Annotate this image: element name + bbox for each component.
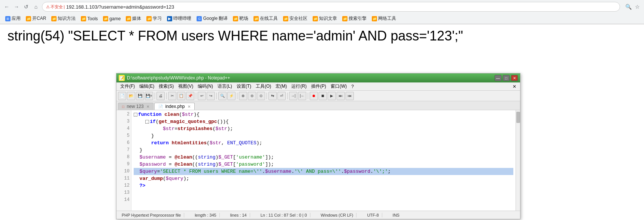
toolbar-findreplace[interactable]: ⚡ (227, 92, 236, 100)
bookmark-network-tools[interactable]: 📁 网络工具 (370, 15, 398, 22)
bookmark-tools[interactable]: 📁 Tools (79, 15, 100, 22)
menu-window[interactable]: 窗口(W) (328, 82, 349, 90)
back-button[interactable]: ← (3, 3, 10, 10)
close-button[interactable]: ✕ (511, 75, 518, 81)
tab-indexphp[interactable]: 📄 index.php ✕ (154, 103, 195, 110)
toolbar-macro-stop[interactable]: ⏹ (319, 92, 327, 100)
bookmark-label: game (109, 16, 121, 21)
toolbar-macro-record[interactable]: ⏺ (310, 92, 318, 100)
bookmark-label: 网络工具 (378, 15, 396, 22)
collapse-2[interactable]: - (134, 113, 137, 117)
menu-help[interactable]: ? (349, 83, 356, 90)
toolbar-sep5 (237, 93, 237, 99)
code-line-3: -if(get_magic_quotes_gpc()){ (134, 118, 513, 125)
menu-search[interactable]: 搜索(S) (157, 82, 176, 90)
tab-new[interactable]: □ new 123 ✕ (118, 103, 154, 110)
toolbar-cut[interactable]: ✂ (168, 92, 176, 100)
toolbar-macro-run[interactable]: ⏮ (346, 92, 354, 100)
bookmark-label: 学习 (153, 15, 162, 22)
reload-button[interactable]: ↺ (22, 3, 30, 10)
google-icon: G (197, 16, 202, 21)
code-line-11: $query='SELECT * FROM users WHERE name=\… (134, 168, 513, 175)
menu-run[interactable]: 运行(R) (289, 82, 309, 90)
folder-icon: 📁 (126, 16, 131, 21)
bookmark-label: Tools (87, 16, 98, 21)
toolbar-open[interactable]: 📂 (127, 92, 135, 100)
menubar-close[interactable]: ✕ (510, 84, 519, 89)
menu-file[interactable]: 文件(F) (118, 82, 137, 90)
toolbar-new[interactable]: 📄 (118, 92, 126, 100)
maximize-button[interactable]: □ (503, 75, 510, 81)
bookmark-label: 在线工具 (260, 15, 278, 22)
page-content: string(54) "SELECT * FROM users WHERE na… (0, 24, 644, 51)
code-line-2: -function clean($str){ (134, 111, 513, 118)
bookmark-knowledge[interactable]: 📁 知识方法 (49, 15, 78, 22)
menu-tools[interactable]: 工具(O) (253, 82, 273, 90)
home-button[interactable]: ⌂ (32, 3, 40, 10)
toolbar-wrap[interactable]: ⏎ (277, 92, 286, 100)
bookmark-opencar[interactable]: 📁 开CAR (24, 15, 48, 22)
toolbar-macro-save[interactable]: ⏭ (337, 92, 345, 100)
menu-edit[interactable]: 编辑(E) (137, 82, 157, 90)
bookmark-security[interactable]: 📁 安全社区 (281, 15, 310, 22)
tab-icon: 📄 (158, 105, 163, 109)
toolbar-undo[interactable]: ↩ (198, 92, 206, 100)
toolbar-zoomout[interactable]: ⊖ (248, 92, 256, 100)
bookmark-study[interactable]: 📁 学习 (144, 15, 164, 22)
folder-icon: 📁 (81, 16, 86, 21)
bookmark-game[interactable]: 📁 game (101, 15, 123, 22)
toolbar-sep8 (308, 93, 308, 99)
toolbar-indent[interactable]: →| (289, 92, 297, 100)
toolbar-redo[interactable]: ↪ (207, 92, 215, 100)
menu-view[interactable]: 视图(V) (176, 82, 195, 90)
bookmark-online-tools[interactable]: 📁 在线工具 (251, 15, 280, 22)
menu-language[interactable]: 语言(L) (215, 82, 234, 90)
collapse-3[interactable]: - (145, 120, 149, 124)
star-button[interactable]: ☆ (634, 3, 641, 10)
minimize-button[interactable]: — (495, 75, 501, 81)
code-area[interactable]: -function clean($str){ -if(get_magic_quo… (131, 110, 516, 211)
toolbar-paste[interactable]: 📌 (186, 92, 194, 100)
zoom-button[interactable]: 🔍 (625, 3, 632, 10)
bookmark-articles[interactable]: 📁 知识文章 (310, 15, 339, 22)
toolbar-outdent[interactable]: |← (298, 92, 306, 100)
toolbar-zoomreset[interactable]: ⊙ (257, 92, 265, 100)
bookmark-label: 开CAR (32, 15, 46, 22)
toolbar-copy[interactable]: 📋 (177, 92, 185, 100)
toolbar-saveall[interactable]: 💾+ (145, 92, 153, 100)
bookmark-google-translate[interactable]: G Google 翻译 (194, 15, 230, 22)
tab-indexphp-close[interactable]: ✕ (188, 105, 191, 109)
bookmark-apps[interactable]: ⊞ 应用 (3, 15, 23, 22)
menu-plugins[interactable]: 插件(P) (309, 82, 328, 90)
bookmark-bilibili[interactable]: ▶ 哔哩哔哩 (165, 15, 194, 22)
folder-icon: 📁 (342, 16, 347, 21)
menu-encoding[interactable]: 编码(N) (195, 82, 215, 90)
menu-settings[interactable]: 设置(T) (234, 82, 253, 90)
toolbar-find[interactable]: 🔍 (218, 92, 227, 100)
code-line-7: } (134, 147, 513, 154)
address-bar[interactable]: ⚠ 不安全 | 192.168.1.103/?username=admin&pa… (42, 2, 620, 12)
notepad-window: 📝 D:\software\phpstudy\WWW\index.php - N… (116, 73, 520, 219)
bookmark-search-engines[interactable]: 📁 搜索引擎 (340, 15, 369, 22)
toolbar-macro-play[interactable]: ▶ (328, 92, 336, 100)
forward-button[interactable]: → (13, 3, 20, 10)
tab-new-close[interactable]: ✕ (146, 105, 149, 109)
bookmark-media[interactable]: 📁 媒体 (124, 15, 143, 22)
scrollbar[interactable] (516, 110, 520, 211)
bookmark-target[interactable]: 📁 靶场 (231, 15, 250, 22)
code-line-10: $password = @clean((string)$_GET['passwo… (134, 161, 513, 168)
status-length: length : 345 (192, 213, 220, 217)
toolbar-syncscroll[interactable]: ⇆ (268, 92, 277, 100)
browser-nav: ← → ↺ ⌂ ⚠ 不安全 | 192.168.1.103/?username=… (0, 0, 644, 13)
npp-tabs: □ new 123 ✕ 📄 index.php ✕ (116, 101, 520, 110)
menu-macro[interactable]: 宏(M) (273, 82, 289, 90)
npp-window-buttons: — □ ✕ (495, 75, 518, 81)
toolbar-save[interactable]: 💾 (136, 92, 144, 100)
toolbar-print[interactable]: 🖨 (157, 92, 165, 100)
warning-icon: ⚠ (46, 4, 50, 9)
toolbar-zoomin[interactable]: ⊕ (239, 92, 247, 100)
browser-icons: 🔍 ☆ (625, 3, 641, 10)
apps-icon: ⊞ (5, 16, 10, 21)
scroll-thumb[interactable] (516, 112, 520, 123)
npp-title-left: 📝 D:\software\phpstudy\WWW\index.php - N… (119, 75, 230, 81)
